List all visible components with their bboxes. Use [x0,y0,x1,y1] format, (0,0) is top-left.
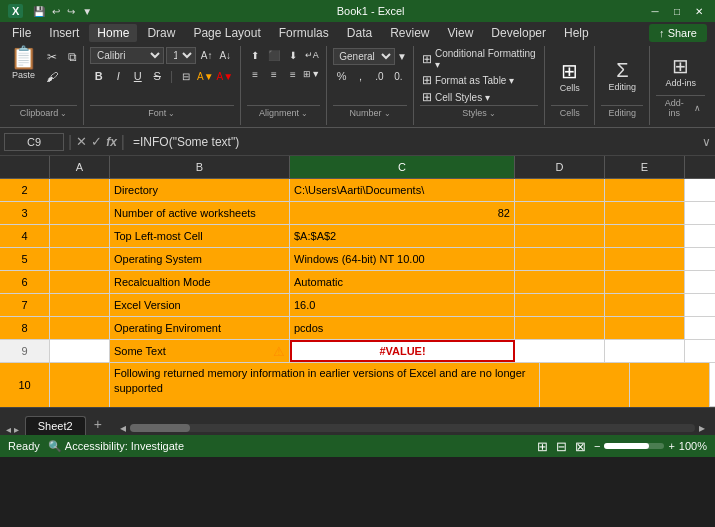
cell-c5[interactable]: Windows (64-bit) NT 10.00 [290,248,515,270]
sheet-tab-sheet2[interactable]: Sheet2 [25,416,86,435]
formula-expand-btn[interactable]: ∨ [702,135,711,149]
cell-e3[interactable] [605,202,685,224]
increase-decimal-btn[interactable]: .0 [371,67,388,85]
cell-d2[interactable] [515,179,605,201]
underline-button[interactable]: U [129,67,146,85]
cut-button[interactable]: ✂ [43,48,61,66]
format-as-table-btn[interactable]: ⊞ Format as Table ▾ [420,72,538,88]
menu-insert[interactable]: Insert [41,24,87,42]
cell-b8[interactable]: Operating Enviroment [110,317,290,339]
cell-a4[interactable] [50,225,110,247]
cell-c7[interactable]: 16.0 [290,294,515,316]
cell-d6[interactable] [515,271,605,293]
bold-button[interactable]: B [90,67,107,85]
cell-e2[interactable] [605,179,685,201]
number-format-select[interactable]: General [333,48,395,65]
comma-btn[interactable]: , [352,67,369,85]
font-name-select[interactable]: Calibri [90,47,164,64]
right-align-btn[interactable]: ≡ [284,65,301,83]
share-button[interactable]: ↑ Share [649,24,707,42]
cell-d5[interactable] [515,248,605,270]
cell-c4[interactable]: $A:$A$2 [290,225,515,247]
col-header-d[interactable]: D [515,156,605,178]
cell-b3[interactable]: Number of active worksheets [110,202,290,224]
zoom-out-btn[interactable]: − [594,440,600,452]
menu-formulas[interactable]: Formulas [271,24,337,42]
cell-c2[interactable]: C:\Users\Aarti\Documents\ [290,179,515,201]
cell-e7[interactable] [605,294,685,316]
cell-e6[interactable] [605,271,685,293]
cell-a7[interactable] [50,294,110,316]
cell-reference-input[interactable] [4,133,64,151]
decrease-font-btn[interactable]: A↓ [217,46,234,64]
cell-b7[interactable]: Excel Version [110,294,290,316]
cell-b4[interactable]: Top Left-most Cell [110,225,290,247]
cell-d9[interactable] [515,340,605,362]
sheet-nav-arrows[interactable]: ◂ ▸ [0,424,25,435]
cell-d10[interactable] [540,363,630,407]
cell-a3[interactable] [50,202,110,224]
menu-data[interactable]: Data [339,24,380,42]
strikethrough-button[interactable]: S [149,67,166,85]
italic-button[interactable]: I [110,67,127,85]
cell-c9[interactable]: #VALUE! [290,340,515,362]
cell-b2[interactable]: Directory [110,179,290,201]
center-align-btn[interactable]: ≡ [266,65,283,83]
menu-draw[interactable]: Draw [139,24,183,42]
quick-access-dropdown[interactable]: ▼ [80,5,94,18]
menu-review[interactable]: Review [382,24,437,42]
horizontal-scrollbar[interactable] [130,424,695,432]
col-header-b[interactable]: B [110,156,290,178]
cell-e4[interactable] [605,225,685,247]
number-expand-icon[interactable]: ⌄ [384,109,391,118]
font-color-button[interactable]: A▼ [216,67,233,85]
cell-d8[interactable] [515,317,605,339]
conditional-formatting-btn[interactable]: ⊞ Conditional Formatting ▾ [420,47,538,71]
menu-home[interactable]: Home [89,24,137,42]
close-btn[interactable]: ✕ [691,3,707,19]
view-page-break-btn[interactable]: ⊠ [575,439,586,454]
format-painter-button[interactable]: 🖌 [43,68,61,86]
cell-b6[interactable]: Recalcualtion Mode [110,271,290,293]
decrease-decimal-btn[interactable]: 0. [390,67,407,85]
cell-e9[interactable] [605,340,685,362]
merge-btn[interactable]: ⊞▼ [303,65,320,83]
cell-c6[interactable]: Automatic [290,271,515,293]
scroll-left-btn[interactable]: ◂ [120,421,126,435]
zoom-in-btn[interactable]: + [668,440,674,452]
bottom-align-btn[interactable]: ⬇ [284,46,301,64]
number-dropdown-icon[interactable]: ▼ [397,51,407,62]
cell-c8[interactable]: pcdos [290,317,515,339]
font-expand-icon[interactable]: ⌄ [168,109,175,118]
cell-d7[interactable] [515,294,605,316]
accessibility-status[interactable]: 🔍 Accessibility: Investigate [48,440,184,453]
col-header-a[interactable]: A [50,156,110,178]
cell-d3[interactable] [515,202,605,224]
undo-quick-btn[interactable]: ↩ [50,5,62,18]
redo-quick-btn[interactable]: ↪ [65,5,77,18]
cell-e5[interactable] [605,248,685,270]
cancel-formula-btn[interactable]: ✕ [76,134,87,149]
styles-expand-icon[interactable]: ⌄ [489,109,496,118]
insert-function-btn[interactable]: fx [106,135,117,149]
cell-a8[interactable] [50,317,110,339]
scroll-right-btn[interactable]: ▸ [699,421,705,435]
minimize-btn[interactable]: ─ [647,3,663,19]
cell-d4[interactable] [515,225,605,247]
menu-view[interactable]: View [440,24,482,42]
zoom-bar[interactable] [604,443,664,449]
borders-button[interactable]: ⊟ [177,67,194,85]
maximize-btn[interactable]: □ [669,3,685,19]
view-layout-btn[interactable]: ⊟ [556,439,567,454]
col-header-c[interactable]: C [290,156,515,178]
add-sheet-btn[interactable]: + [86,413,110,435]
editing-button[interactable]: Σ Editing [609,59,637,92]
top-align-btn[interactable]: ⬆ [247,46,264,64]
cell-b5[interactable]: Operating System [110,248,290,270]
cell-b9[interactable]: Some Text ⚠ [110,340,290,362]
ribbon-collapse-btn[interactable]: ∧ [694,103,701,113]
addins-button[interactable]: ⊞ Add-ins [665,54,696,88]
formula-input[interactable] [129,133,698,151]
menu-file[interactable]: File [4,24,39,42]
cell-e8[interactable] [605,317,685,339]
